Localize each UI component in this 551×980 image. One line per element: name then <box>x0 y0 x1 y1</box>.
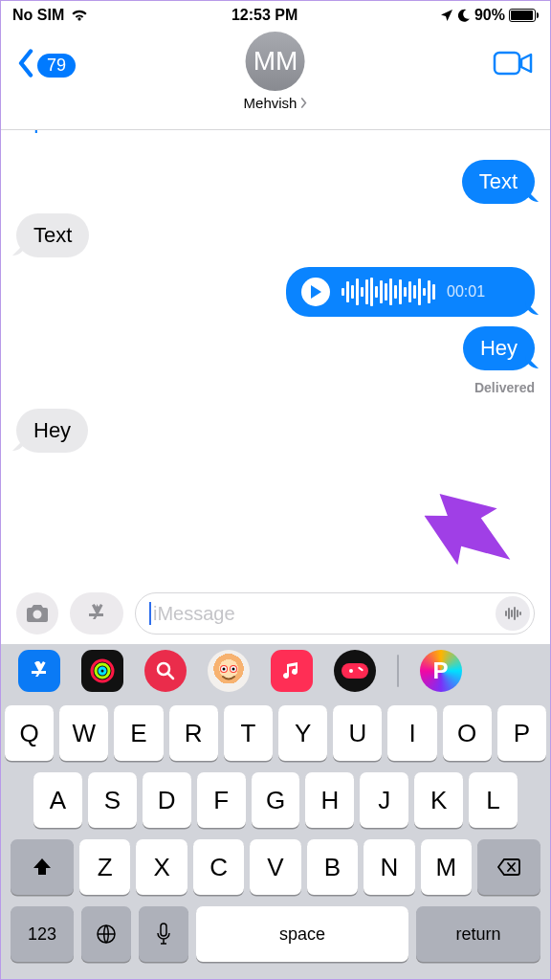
app-store-app-icon[interactable] <box>18 650 60 692</box>
audio-duration: 00:01 <box>447 284 485 300</box>
contact-name-label: Mehvish <box>244 95 298 111</box>
contact-info[interactable]: MM Mehvish <box>244 32 308 111</box>
gamepigeon-app-icon[interactable] <box>334 650 376 692</box>
key-q[interactable]: Q <box>5 705 54 761</box>
conversation-header: 79 MM Mehvish <box>1 30 550 130</box>
imessage-app-strip: P <box>1 644 550 698</box>
key-backspace[interactable] <box>477 839 540 895</box>
key-numbers[interactable]: 123 <box>11 906 74 962</box>
key-globe[interactable] <box>81 906 131 962</box>
svg-point-18 <box>349 669 353 673</box>
message-thread: Expires in 2m Text Text 00:01 Hey Delive… <box>1 130 550 585</box>
keyboard-row-2: A S D F G H J K L <box>5 772 546 828</box>
delivered-label: Delivered <box>16 380 535 395</box>
key-x[interactable]: X <box>136 839 187 895</box>
apps-button[interactable] <box>70 592 123 635</box>
carrier-label: No SIM <box>12 7 64 24</box>
svg-rect-21 <box>161 924 166 936</box>
key-i[interactable]: I <box>387 705 436 761</box>
chevron-right-icon <box>299 98 307 108</box>
message-in[interactable]: Hey <box>16 409 88 453</box>
memoji-app-icon[interactable] <box>208 650 250 692</box>
message-input[interactable]: iMessage <box>135 592 535 635</box>
key-o[interactable]: O <box>443 705 492 761</box>
key-z[interactable]: Z <box>79 839 130 895</box>
back-button[interactable]: 79 <box>16 49 76 81</box>
key-return[interactable]: return <box>416 906 540 962</box>
camera-button[interactable] <box>16 592 58 635</box>
key-c[interactable]: C <box>193 839 244 895</box>
svg-rect-0 <box>495 53 519 74</box>
do-not-disturb-icon <box>457 9 471 22</box>
location-icon <box>440 9 453 22</box>
svg-point-9 <box>99 668 105 674</box>
svg-point-16 <box>223 668 226 671</box>
message-out[interactable]: Hey <box>463 326 535 370</box>
chevron-left-icon <box>16 49 35 81</box>
key-f[interactable]: F <box>197 772 246 828</box>
key-d[interactable]: D <box>143 772 191 828</box>
key-r[interactable]: R <box>169 705 218 761</box>
key-v[interactable]: V <box>250 839 300 895</box>
camera-icon <box>25 603 50 624</box>
picsart-app-icon[interactable]: P <box>420 650 462 692</box>
activity-app-icon[interactable] <box>81 650 123 692</box>
keyboard-row-1: Q W E R T Y U I O P <box>5 705 546 761</box>
music-app-icon[interactable] <box>271 650 313 692</box>
keyboard-row-4: 123 space return <box>5 906 546 962</box>
key-dictation[interactable] <box>139 906 188 962</box>
clock: 12:53 PM <box>231 7 298 24</box>
facetime-button[interactable] <box>493 49 535 81</box>
svg-point-8 <box>96 664 109 678</box>
key-p[interactable]: P <box>497 705 546 761</box>
keyboard-row-3: Z X C V B N M <box>5 839 546 895</box>
message-out[interactable]: Text <box>462 160 535 204</box>
key-m[interactable]: M <box>421 839 472 895</box>
status-bar: No SIM 12:53 PM 90% <box>1 1 550 30</box>
keyboard: Q W E R T Y U I O P A S D F G H J K L Z <box>1 698 550 979</box>
wifi-icon <box>70 9 89 22</box>
unread-count-badge: 79 <box>37 54 76 78</box>
svg-line-11 <box>168 674 173 679</box>
waveform-icon <box>342 277 435 307</box>
svg-point-17 <box>232 668 235 671</box>
key-b[interactable]: B <box>307 839 358 895</box>
message-in[interactable]: Text <box>16 213 89 257</box>
waveform-icon <box>503 604 522 623</box>
annotation-arrow <box>406 477 530 585</box>
app-store-icon <box>84 601 109 626</box>
audio-record-button[interactable] <box>496 596 530 631</box>
compose-bar: iMessage <box>1 585 550 644</box>
key-y[interactable]: Y <box>278 705 327 761</box>
key-g[interactable]: G <box>252 772 300 828</box>
backspace-icon <box>496 858 521 877</box>
key-u[interactable]: U <box>333 705 382 761</box>
battery-icon <box>509 9 539 22</box>
avatar: MM <box>246 32 305 91</box>
key-j[interactable]: J <box>360 772 408 828</box>
play-icon[interactable] <box>301 278 330 306</box>
key-s[interactable]: S <box>88 772 137 828</box>
key-l[interactable]: L <box>469 772 518 828</box>
microphone-icon <box>156 923 171 946</box>
app-strip-separator <box>397 655 399 687</box>
key-a[interactable]: A <box>33 772 82 828</box>
key-shift[interactable] <box>11 839 74 895</box>
search-app-icon[interactable] <box>144 650 187 692</box>
key-k[interactable]: K <box>414 772 463 828</box>
key-space[interactable]: space <box>196 906 408 962</box>
key-w[interactable]: W <box>59 705 108 761</box>
audio-message[interactable]: 00:01 <box>286 267 535 317</box>
key-h[interactable]: H <box>305 772 354 828</box>
key-n[interactable]: N <box>364 839 414 895</box>
key-e[interactable]: E <box>114 705 163 761</box>
text-cursor <box>149 602 151 625</box>
key-t[interactable]: T <box>224 705 273 761</box>
battery-percent: 90% <box>474 7 505 24</box>
globe-icon <box>95 923 118 946</box>
message-placeholder: iMessage <box>153 603 235 625</box>
shift-icon <box>32 857 53 878</box>
expires-label: Expires in 2m <box>16 130 535 133</box>
